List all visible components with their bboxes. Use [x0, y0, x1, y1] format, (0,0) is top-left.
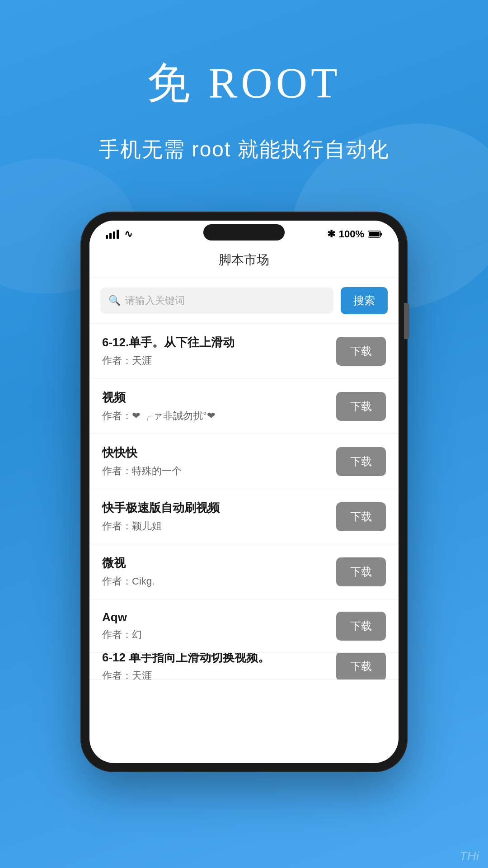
search-button[interactable]: 搜索: [341, 287, 388, 314]
phone-screen: ∿ 9:41 AM ✱ 100% 脚本市场 🔍: [89, 221, 399, 763]
script-author: 作者：颖儿姐: [102, 519, 336, 533]
script-list: 6-12.单手。从下往上滑动作者：天涯下载视频作者：❤ ╭ァ非誠勿扰°❤下载快快…: [89, 324, 399, 680]
search-section: 🔍 请输入关键词 搜索: [89, 278, 399, 324]
script-name: 6-12 单手指向上滑动切换视频。: [102, 653, 336, 665]
script-item: 微视作者：Cikg.下载: [89, 544, 399, 599]
status-left: ∿: [106, 228, 132, 240]
battery-percent: 100%: [339, 228, 364, 240]
subtitle: 手机无需 root 就能执行自动化: [0, 136, 488, 164]
script-info: 快手极速版自动刷视频作者：颖儿姐: [102, 500, 336, 533]
phone-notch: [203, 224, 285, 241]
wifi-icon: ∿: [124, 228, 132, 240]
bluetooth-icon: ✱: [327, 228, 335, 240]
script-info: 6-12.单手。从下往上滑动作者：天涯: [102, 335, 336, 368]
script-author: 作者：特殊的一个: [102, 464, 336, 478]
script-name: 快手极速版自动刷视频: [102, 500, 336, 516]
script-name: Aqw: [102, 610, 336, 624]
battery-icon: [368, 230, 382, 238]
script-info: 快快快作者：特殊的一个: [102, 445, 336, 478]
download-button[interactable]: 下载: [336, 392, 386, 421]
signal-bar-1: [106, 235, 108, 239]
script-item: Aqw作者：幻下载: [89, 599, 399, 653]
script-name: 视频: [102, 390, 336, 406]
bottom-watermark: THi: [450, 844, 488, 868]
script-name: 6-12.单手。从下往上滑动: [102, 335, 336, 350]
phone-volume-button: [404, 303, 409, 339]
script-info: 视频作者：❤ ╭ァ非誠勿扰°❤: [102, 390, 336, 423]
download-button[interactable]: 下载: [336, 557, 386, 586]
script-item: 6-12 单手指向上滑动切换视频。作者：天涯下载: [89, 653, 399, 680]
script-name: 微视: [102, 555, 336, 571]
download-button[interactable]: 下载: [336, 337, 386, 366]
script-item: 快快快作者：特殊的一个下载: [89, 434, 399, 489]
main-title: 免 ROOT: [0, 54, 488, 113]
script-info: 微视作者：Cikg.: [102, 555, 336, 588]
download-button[interactable]: 下载: [336, 502, 386, 531]
script-name: 快快快: [102, 445, 336, 461]
search-icon: 🔍: [108, 295, 121, 307]
signal-bar-3: [113, 231, 115, 239]
signal-bar-2: [109, 233, 112, 239]
svg-rect-1: [380, 233, 382, 236]
download-button[interactable]: 下载: [336, 447, 386, 476]
script-item: 6-12.单手。从下往上滑动作者：天涯下载: [89, 324, 399, 379]
search-input-wrapper[interactable]: 🔍 请输入关键词: [100, 288, 333, 314]
phone-frame: ∿ 9:41 AM ✱ 100% 脚本市场 🔍: [81, 212, 407, 771]
header-section: 免 ROOT 手机无需 root 就能执行自动化: [0, 0, 488, 164]
script-info: 6-12 单手指向上滑动切换视频。作者：天涯: [102, 653, 336, 680]
script-author: 作者：❤ ╭ァ非誠勿扰°❤: [102, 409, 336, 423]
status-right: ✱ 100%: [327, 228, 382, 240]
script-item: 快手极速版自动刷视频作者：颖儿姐下载: [89, 489, 399, 544]
download-button[interactable]: 下载: [336, 612, 386, 641]
script-info: Aqw作者：幻: [102, 610, 336, 642]
search-placeholder: 请输入关键词: [125, 294, 185, 307]
app-header-title: 脚本市场: [89, 244, 399, 278]
phone-mockup: ∿ 9:41 AM ✱ 100% 脚本市场 🔍: [81, 212, 407, 771]
script-author: 作者：幻: [102, 628, 336, 642]
download-button[interactable]: 下载: [336, 653, 386, 680]
svg-rect-2: [369, 232, 380, 236]
script-author: 作者：天涯: [102, 669, 336, 680]
script-author: 作者：Cikg.: [102, 575, 336, 588]
script-item: 视频作者：❤ ╭ァ非誠勿扰°❤下载: [89, 379, 399, 434]
script-author: 作者：天涯: [102, 354, 336, 368]
signal-bar-4: [117, 230, 119, 239]
signal-bars: [106, 230, 119, 239]
